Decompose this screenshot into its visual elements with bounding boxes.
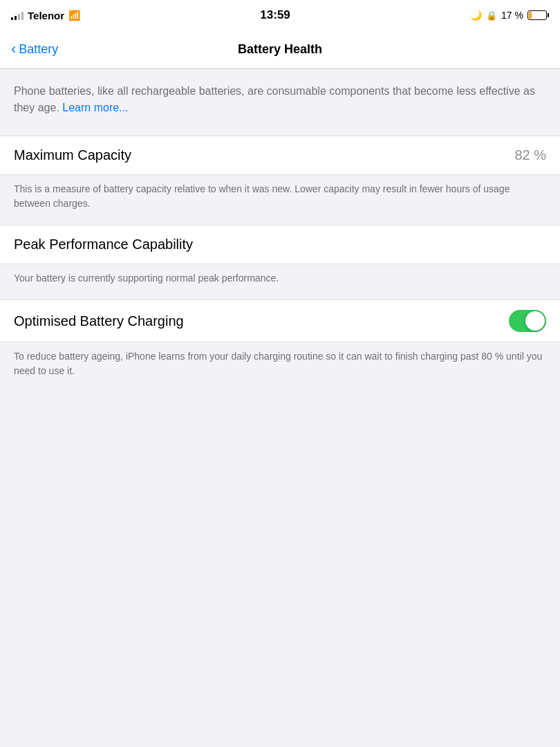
battery-percentage: 17 % (501, 10, 523, 21)
nav-bar: ‹ Battery Battery Health (0, 30, 560, 69)
status-bar-left: Telenor 📶 (11, 10, 80, 21)
back-button[interactable]: ‹ Battery (11, 42, 58, 57)
max-capacity-value: 82 % (514, 147, 546, 163)
optimised-charging-row: Optimised Battery Charging (0, 300, 560, 342)
max-capacity-section: Maximum Capacity 82 % (0, 136, 560, 174)
intro-text: Phone batteries, like all rechargeable b… (14, 83, 546, 116)
max-capacity-label: Maximum Capacity (14, 147, 131, 163)
main-content: Phone batteries, like all rechargeable b… (0, 69, 560, 392)
signal-bars-icon (11, 10, 24, 20)
max-capacity-description: This is a measure of battery capacity re… (14, 182, 546, 211)
max-capacity-desc-block: This is a measure of battery capacity re… (0, 175, 560, 225)
learn-more-link[interactable]: Learn more... (62, 102, 128, 113)
status-bar-time: 13:59 (260, 8, 290, 22)
toggle-knob (525, 311, 545, 331)
status-bar-right: 🌙 🔒 17 % (470, 10, 549, 21)
optimised-charging-desc-block: To reduce battery ageing, iPhone learns … (0, 342, 560, 392)
max-capacity-row: Maximum Capacity 82 % (0, 136, 560, 174)
optimised-charging-description: To reduce battery ageing, iPhone learns … (14, 349, 546, 378)
status-bar: Telenor 📶 13:59 🌙 🔒 17 % (0, 0, 560, 30)
back-label: Battery (19, 42, 58, 57)
peak-performance-description: Your battery is currently supporting nor… (14, 271, 546, 286)
battery-icon (528, 10, 549, 20)
peak-performance-label: Peak Performance Capability (14, 237, 193, 252)
carrier-name: Telenor (28, 10, 64, 21)
rotation-lock-icon: 🔒 (486, 10, 497, 21)
do-not-disturb-icon: 🌙 (470, 10, 482, 21)
peak-performance-desc-block: Your battery is currently supporting nor… (0, 264, 560, 299)
intro-block: Phone batteries, like all rechargeable b… (0, 69, 560, 136)
optimised-charging-label: Optimised Battery Charging (14, 313, 184, 329)
optimised-charging-toggle[interactable] (509, 310, 546, 332)
page-title: Battery Health (238, 42, 322, 57)
chevron-left-icon: ‹ (11, 42, 16, 57)
peak-performance-row: Peak Performance Capability (0, 225, 560, 264)
wifi-icon: 📶 (68, 10, 80, 21)
